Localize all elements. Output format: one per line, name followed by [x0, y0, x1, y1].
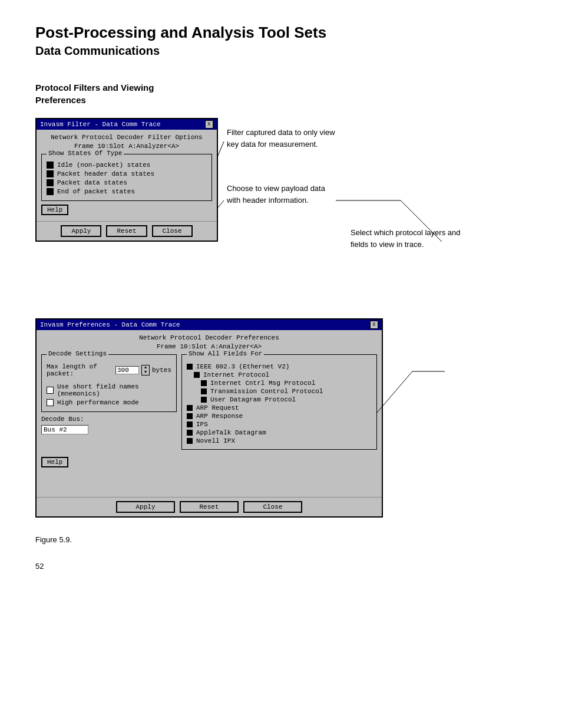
checkbox-idle[interactable]: Idle (non-packet) states — [47, 162, 207, 169]
end-packet-checkbox[interactable] — [47, 188, 54, 195]
checkbox-packet-header[interactable]: Packet header data states — [47, 170, 207, 177]
protocol-ips-icon — [187, 421, 193, 427]
checkbox-packet-data[interactable]: Packet data states — [47, 179, 207, 186]
protocol-appletalk: AppleTalk Datagram — [187, 429, 372, 436]
spinner-down[interactable]: ▼ — [142, 370, 149, 375]
filter-reset-button[interactable]: Reset — [106, 225, 147, 237]
protocol-icmp-icon — [201, 380, 207, 386]
protocol-arp-resp-icon — [187, 413, 193, 419]
pref-close-button[interactable]: Close — [243, 501, 302, 513]
high-perf-row[interactable]: High performance mode — [47, 399, 171, 406]
pref-dialog-header: Network Protocol Decoder Preferences Fra… — [41, 334, 377, 352]
filter-apply-button[interactable]: Apply — [61, 225, 101, 237]
decode-bus-input[interactable] — [41, 425, 88, 434]
protocol-novell: Novell IPX — [187, 437, 372, 444]
use-short-checkbox[interactable] — [47, 387, 54, 394]
filter-dialog: Invasm Filter - Data Comm Trace X Networ… — [35, 118, 218, 242]
filter-help-button[interactable]: Help — [41, 205, 68, 215]
show-all-fields-label: Show All Fields For — [187, 350, 264, 357]
pref-dialog: Invasm Preferences - Data Comm Trace X N… — [35, 318, 383, 518]
decode-bus-label: Decode Bus: — [41, 416, 177, 423]
packet-header-checkbox[interactable] — [47, 170, 54, 177]
pref-reset-button[interactable]: Reset — [180, 501, 239, 513]
section-heading: Protocol Filters and Viewing Preferences — [35, 81, 527, 106]
protocol-arp-req-icon — [187, 405, 193, 411]
filter-dialog-header: Network Protocol Decoder Filter Options … — [41, 133, 212, 151]
page-number: 52 — [35, 562, 527, 571]
callout-protocol-text: Select which protocol layers and fields … — [351, 227, 468, 250]
protocol-udp: User Datagram Protocol — [187, 396, 372, 403]
svg-line-0 — [218, 141, 224, 177]
page-subtitle: Data Communications — [35, 44, 527, 58]
show-all-fields-group: Show All Fields For IEEE 802.3 (Ethernet… — [181, 354, 377, 450]
protocol-ieee-icon — [187, 364, 193, 370]
protocol-tcp-icon — [201, 388, 207, 394]
idle-checkbox[interactable] — [47, 162, 54, 169]
max-length-input[interactable] — [115, 366, 139, 374]
protocol-novell-icon — [187, 438, 193, 444]
decode-settings-group: Decode Settings Max length of packet: ▲ … — [41, 354, 177, 412]
pref-dialog-titlebar: Invasm Preferences - Data Comm Trace X — [37, 319, 382, 330]
protocol-ip-icon — [194, 372, 200, 378]
pref-apply-button[interactable]: Apply — [116, 501, 175, 513]
max-length-spinner[interactable]: ▲ ▼ — [141, 365, 150, 375]
protocol-ips: IPS — [187, 421, 372, 428]
pref-dialog-close-btn[interactable]: X — [370, 321, 378, 329]
protocol-ip: Internet Protocol — [187, 371, 372, 378]
callout-payload-text: Choose to view payload data with header … — [227, 183, 339, 206]
filter-dialog-footer: Apply Reset Close — [37, 221, 217, 241]
pref-help-button[interactable]: Help — [41, 457, 68, 467]
checkbox-end-packet[interactable]: End of packet states — [47, 188, 207, 195]
protocol-icmp: Internet Cntrl Msg Protocol — [187, 380, 372, 387]
protocol-udp-icon — [201, 397, 207, 403]
high-perf-checkbox[interactable] — [47, 399, 54, 406]
pref-diagram-area: Invasm Preferences - Data Comm Trace X N… — [35, 318, 527, 518]
protocol-ieee: IEEE 802.3 (Ethernet V2) — [187, 363, 372, 370]
pref-dialog-title: Invasm Preferences - Data Comm Trace — [40, 321, 180, 328]
pref-dialog-footer: Apply Reset Close — [37, 497, 382, 516]
filter-dialog-close-btn[interactable]: X — [205, 120, 213, 129]
pref-arrow-svg — [377, 365, 448, 460]
protocol-tcp: Transmission Control Protocol — [187, 388, 372, 395]
max-length-row: Max length of packet: ▲ ▼ bytes — [47, 363, 171, 377]
svg-line-1 — [218, 200, 224, 218]
packet-data-checkbox[interactable] — [47, 179, 54, 186]
use-short-row[interactable]: Use short field names (mnemonics) — [47, 383, 171, 397]
protocol-arp-resp: ARP Response — [187, 413, 372, 420]
protocol-arp-req: ARP Request — [187, 404, 372, 411]
filter-dialog-titlebar: Invasm Filter - Data Comm Trace X — [37, 119, 217, 130]
show-states-label: Show States Of Type — [47, 150, 124, 157]
page-title: Post-Processing and Analysis Tool Sets — [35, 24, 527, 42]
protocol-appletalk-icon — [187, 430, 193, 436]
filter-dialog-title: Invasm Filter - Data Comm Trace — [40, 121, 161, 128]
svg-line-4 — [377, 371, 412, 413]
show-states-group: Show States Of Type Idle (non-packet) st… — [41, 154, 212, 201]
callout-filter-text: Filter captured data to only view key da… — [227, 127, 339, 150]
filter-close-button[interactable]: Close — [152, 225, 193, 237]
decode-settings-label: Decode Settings — [47, 350, 108, 357]
figure-caption: Figure 5.9. — [35, 535, 527, 544]
